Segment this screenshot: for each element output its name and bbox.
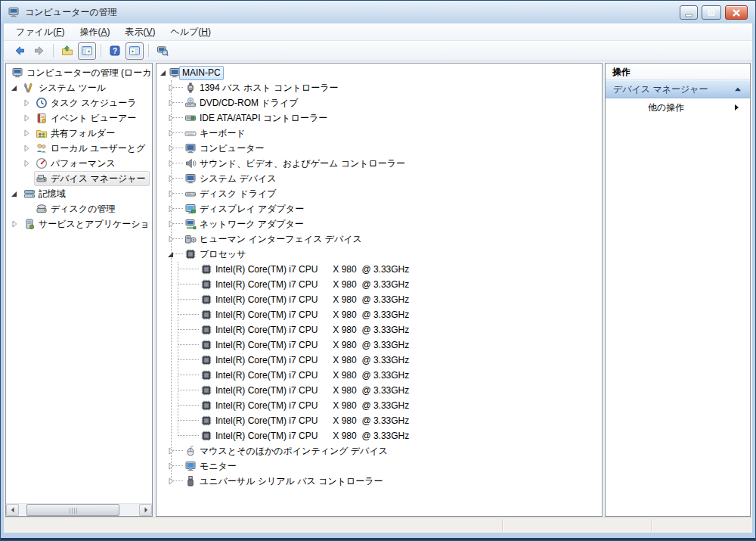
more-actions-item[interactable]: 他の操作 bbox=[606, 98, 750, 117]
scroll-left-button[interactable] bbox=[6, 504, 19, 516]
menu-item-A[interactable]: 操作(A) bbox=[72, 23, 117, 41]
chevron-up-icon[interactable] bbox=[732, 83, 744, 95]
console-tree-toggle-button[interactable] bbox=[78, 42, 96, 60]
expander-collapsed-icon[interactable] bbox=[165, 233, 177, 245]
expander-collapsed-icon[interactable] bbox=[165, 157, 177, 169]
expander-expanded-icon[interactable] bbox=[8, 82, 20, 94]
device-tree-item[interactable]: Intel(R) Core(TM) i7 CPU X 980 @ 3.33GHz bbox=[157, 322, 601, 337]
task-scheduler-icon bbox=[36, 97, 48, 109]
menu-item-F[interactable]: ファイル(F) bbox=[8, 23, 72, 41]
expander-collapsed-icon[interactable] bbox=[20, 157, 33, 169]
expander-collapsed-icon[interactable] bbox=[165, 203, 177, 215]
expander-expanded-icon[interactable] bbox=[157, 67, 169, 79]
processor-icon bbox=[200, 384, 212, 396]
processor-icon bbox=[200, 430, 212, 442]
scan-hardware-button[interactable] bbox=[153, 42, 172, 60]
console-tree-item[interactable]: パフォーマンス bbox=[7, 156, 151, 171]
expander-collapsed-icon[interactable] bbox=[165, 218, 177, 230]
expander-collapsed-icon[interactable] bbox=[165, 127, 177, 139]
tree-item-label: Intel(R) Core(TM) i7 CPU X 980 @ 3.33GHz bbox=[215, 337, 409, 353]
expander-collapsed-icon[interactable] bbox=[8, 218, 20, 230]
console-tree-item[interactable]: 共有フォルダー bbox=[7, 126, 151, 141]
expander-collapsed-icon[interactable] bbox=[165, 82, 177, 94]
expander-collapsed-icon[interactable] bbox=[20, 127, 33, 139]
device-tree-item[interactable]: プロセッサ bbox=[157, 247, 601, 262]
device-tree-item[interactable]: Intel(R) Core(TM) i7 CPU X 980 @ 3.33GHz bbox=[157, 368, 601, 383]
expander-collapsed-icon[interactable] bbox=[165, 112, 177, 124]
scrollbar-track[interactable] bbox=[19, 504, 139, 516]
horizontal-scrollbar[interactable] bbox=[6, 503, 152, 516]
expander-collapsed-icon[interactable] bbox=[165, 142, 177, 154]
expander-collapsed-icon[interactable] bbox=[20, 97, 33, 109]
device-tree-item[interactable]: Intel(R) Core(TM) i7 CPU X 980 @ 3.33GHz bbox=[157, 337, 601, 353]
device-tree-item[interactable]: IDE ATA/ATAPI コントローラー bbox=[157, 110, 601, 126]
device-tree-item[interactable]: Intel(R) Core(TM) i7 CPU X 980 @ 3.33GHz bbox=[157, 413, 601, 428]
console-tree-item[interactable]: ローカル ユーザーとグ bbox=[7, 141, 151, 156]
console-tree-item[interactable]: サービスとアプリケーショ bbox=[7, 216, 151, 232]
action-pane-toggle-button[interactable] bbox=[125, 42, 144, 60]
device-tree-item[interactable]: システム デバイス bbox=[157, 171, 601, 186]
close-button[interactable] bbox=[725, 5, 748, 20]
device-tree-item[interactable]: ディスプレイ アダプター bbox=[157, 201, 601, 216]
expander-collapsed-icon[interactable] bbox=[165, 475, 177, 487]
help-button[interactable]: ? bbox=[106, 42, 124, 60]
expander-collapsed-icon[interactable] bbox=[165, 173, 177, 185]
device-tree-item[interactable]: MAIN-PC bbox=[157, 65, 601, 80]
title-bar[interactable]: コンピューターの管理 bbox=[1, 1, 755, 23]
restore-button[interactable] bbox=[702, 5, 721, 20]
up-one-level-button[interactable] bbox=[58, 42, 76, 60]
menu-item-V[interactable]: 表示(V) bbox=[117, 23, 163, 41]
device-tree-item[interactable]: Intel(R) Core(TM) i7 CPU X 980 @ 3.33GHz bbox=[157, 428, 601, 443]
event-viewer-icon bbox=[36, 112, 48, 124]
expander-collapsed-icon[interactable] bbox=[20, 142, 33, 154]
device-tree-item[interactable]: サウンド、ビデオ、およびゲーム コントローラー bbox=[157, 156, 601, 171]
device-tree-item[interactable]: Intel(R) Core(TM) i7 CPU X 980 @ 3.33GHz bbox=[157, 277, 601, 292]
expander-collapsed-icon[interactable] bbox=[165, 445, 177, 457]
expander-collapsed-icon[interactable] bbox=[165, 97, 177, 109]
device-tree-item[interactable]: Intel(R) Core(TM) i7 CPU X 980 @ 3.33GHz bbox=[157, 307, 601, 322]
device-tree-item[interactable]: Intel(R) Core(TM) i7 CPU X 980 @ 3.33GHz bbox=[157, 353, 601, 368]
tree-connector bbox=[178, 329, 199, 330]
back-button[interactable] bbox=[11, 42, 29, 60]
scroll-right-button[interactable] bbox=[139, 504, 152, 516]
console-tree-item[interactable]: タスク スケジューラ bbox=[7, 95, 151, 110]
device-list-pane: MAIN-PC1394 バス ホスト コントローラーDVD/CD-ROM ドライ… bbox=[156, 63, 603, 517]
device-tree-item[interactable]: 1394 バス ホスト コントローラー bbox=[157, 80, 601, 95]
expander-expanded-icon[interactable] bbox=[165, 248, 177, 260]
tree-item-label: システム ツール bbox=[39, 80, 106, 95]
disk-drive-icon bbox=[184, 188, 197, 200]
device-tree-item[interactable]: Intel(R) Core(TM) i7 CPU X 980 @ 3.33GHz bbox=[157, 262, 601, 277]
device-tree-item[interactable]: Intel(R) Core(TM) i7 CPU X 980 @ 3.33GHz bbox=[157, 398, 601, 413]
menu-item-H[interactable]: ヘルプ(H) bbox=[163, 23, 219, 41]
device-tree-item[interactable]: モニター bbox=[157, 459, 601, 474]
console-tree-item[interactable]: イベント ビューアー bbox=[7, 110, 151, 126]
tree-item-label: マウスとそのほかのポインティング デバイス bbox=[200, 443, 388, 459]
actions-group-header[interactable]: デバイス マネージャー bbox=[606, 80, 750, 98]
device-tree-item[interactable]: キーボード bbox=[157, 126, 601, 141]
expander-collapsed-icon[interactable] bbox=[165, 188, 177, 200]
usb-icon bbox=[184, 475, 197, 487]
device-tree-item[interactable]: Intel(R) Core(TM) i7 CPU X 980 @ 3.33GHz bbox=[157, 292, 601, 307]
console-tree-item[interactable]: システム ツール bbox=[7, 80, 151, 95]
console-tree-item[interactable]: 記憶域 bbox=[7, 186, 151, 201]
device-tree-item[interactable]: マウスとそのほかのポインティング デバイス bbox=[157, 443, 601, 459]
device-tree-item[interactable]: DVD/CD-ROM ドライブ bbox=[157, 95, 601, 110]
forward-button[interactable] bbox=[30, 42, 48, 60]
toolbar-separator bbox=[148, 44, 149, 58]
device-tree-item[interactable]: ユニバーサル シリアル バス コントローラー bbox=[157, 474, 601, 489]
console-tree-item[interactable]: デバイス マネージャー bbox=[7, 171, 151, 186]
local-users-groups-icon bbox=[36, 142, 48, 154]
device-tree-item[interactable]: ディスク ドライブ bbox=[157, 186, 601, 201]
expander-collapsed-icon[interactable] bbox=[165, 460, 177, 472]
device-tree-item[interactable]: ヒューマン インターフェイス デバイス bbox=[157, 232, 601, 247]
device-tree-item[interactable]: ネットワーク アダプター bbox=[157, 216, 601, 232]
chevron-right-icon bbox=[730, 101, 742, 113]
device-tree-item[interactable]: コンピューター bbox=[157, 141, 601, 156]
minimize-button[interactable] bbox=[680, 5, 698, 20]
scrollbar-thumb[interactable] bbox=[26, 504, 119, 516]
console-tree-item[interactable]: ディスクの管理 bbox=[7, 201, 151, 216]
expander-expanded-icon[interactable] bbox=[8, 188, 20, 200]
device-tree-item[interactable]: Intel(R) Core(TM) i7 CPU X 980 @ 3.33GHz bbox=[157, 383, 601, 398]
console-tree-item[interactable]: コンピューターの管理 (ローカ bbox=[7, 65, 151, 80]
expander-collapsed-icon[interactable] bbox=[20, 112, 33, 124]
